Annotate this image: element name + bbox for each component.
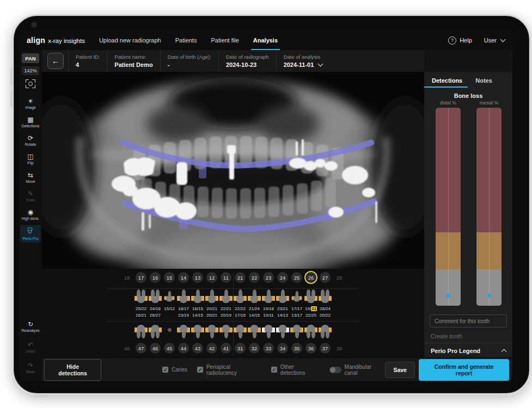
tool-flip[interactable]: ◫Flip xyxy=(20,151,41,167)
tooth-icon-36[interactable] xyxy=(304,323,318,338)
upper-tooth-15[interactable]: 15 xyxy=(164,272,175,283)
tooth-icon-32[interactable] xyxy=(247,323,261,338)
lower-tooth-37[interactable]: 37 xyxy=(320,343,331,354)
reanalyze-icon: ↻ xyxy=(28,320,33,328)
logo-xray-insights: x-ray insights xyxy=(48,38,85,44)
distal-label: distal % xyxy=(436,100,461,106)
tooth-icon-47[interactable] xyxy=(134,323,148,338)
upper-tooth-16[interactable]: 16 xyxy=(150,272,161,283)
tooth-icon-11[interactable] xyxy=(219,289,233,305)
tooth-icon-41[interactable] xyxy=(219,323,233,338)
upper-tooth-18[interactable]: 18 xyxy=(121,272,132,283)
perio-pro-legend-toggle[interactable]: Perio Pro Legend xyxy=(424,343,512,358)
tooth-icon-46[interactable] xyxy=(148,323,162,338)
upper-tooth-25[interactable]: 25 xyxy=(291,272,302,283)
lower-tooth-42[interactable]: 42 xyxy=(206,343,217,354)
tooth-icon-23[interactable] xyxy=(261,289,276,305)
hide-detections-button[interactable]: Hide detections xyxy=(44,359,101,381)
bone-loss-title: Bone loss xyxy=(424,92,512,99)
filter-caries[interactable]: ✓Caries xyxy=(162,367,187,373)
lower-tooth-36[interactable]: 36 xyxy=(305,343,316,354)
tooth-icon-37[interactable] xyxy=(318,323,332,338)
lower-tooth-43[interactable]: 43 xyxy=(192,343,203,354)
tooth-icon-16[interactable] xyxy=(148,289,162,305)
tooth-icon-13[interactable] xyxy=(191,289,205,305)
tooth-icon-34[interactable] xyxy=(276,323,290,338)
tooth-icon-31[interactable] xyxy=(233,323,247,338)
nav-item-patient-file[interactable]: Patient file xyxy=(211,30,239,50)
tooth-icon-21[interactable] xyxy=(233,289,247,305)
tooth-icon-15[interactable] xyxy=(164,291,175,303)
tool-high-sens[interactable]: ◉High sens. xyxy=(20,207,41,222)
upper-tooth-27[interactable]: 27 xyxy=(320,272,331,283)
tooth-icon-24[interactable] xyxy=(276,289,290,305)
lower-tooth-41[interactable]: 41 xyxy=(221,343,231,354)
upper-tooth-21[interactable]: 21 xyxy=(235,272,246,283)
upper-tooth-14[interactable]: 14 xyxy=(178,272,189,283)
lower-tooth-38[interactable]: 38 xyxy=(334,343,345,354)
lower-tooth-32[interactable]: 32 xyxy=(249,343,260,354)
tooth-icon-14[interactable] xyxy=(176,289,191,305)
back-button[interactable]: ← xyxy=(47,53,64,69)
panel-tab-notes[interactable]: Notes xyxy=(475,77,492,88)
tool-rotate[interactable]: ⟳Rotate xyxy=(20,133,41,149)
fit-to-screen-button[interactable] xyxy=(26,79,35,88)
lower-tooth-31[interactable]: 31 xyxy=(235,343,246,354)
lower-tooth-45[interactable]: 45 xyxy=(164,343,175,354)
tooth-icon-44[interactable] xyxy=(176,323,191,338)
nav-item-patients[interactable]: Patients xyxy=(175,30,197,50)
nav-item-analysis[interactable]: Analysis xyxy=(253,30,278,50)
tool-move[interactable]: ⇆Move xyxy=(20,170,41,186)
bone-loss-values2-27: 20/22 xyxy=(320,313,331,318)
save-button[interactable]: Save xyxy=(385,362,415,378)
upper-tooth-11[interactable]: 11 xyxy=(221,272,231,283)
tooth-icon-26[interactable] xyxy=(304,289,318,305)
bone-loss-values-13: 16/15 xyxy=(192,306,203,311)
tooth-icon-25[interactable] xyxy=(291,291,302,303)
tooth-icon-22[interactable] xyxy=(247,289,261,305)
lower-tooth-46[interactable]: 46 xyxy=(150,343,161,354)
lower-tooth-47[interactable]: 47 xyxy=(136,343,146,354)
tooth-icon-17[interactable] xyxy=(134,289,148,305)
tooth-icon-43[interactable] xyxy=(191,323,205,338)
panel-tab-detections[interactable]: Detections xyxy=(432,77,462,88)
help-button[interactable]: ? Help xyxy=(448,36,472,45)
tooth-icon-42[interactable] xyxy=(205,323,219,338)
lower-tooth-34[interactable]: 34 xyxy=(277,343,288,354)
lower-tooth-44[interactable]: 44 xyxy=(178,343,189,354)
user-menu[interactable]: User xyxy=(484,37,505,44)
tool-image[interactable]: ☀Image xyxy=(20,96,41,112)
tooth-icon-33[interactable] xyxy=(261,323,276,338)
tooth-icon xyxy=(27,227,34,236)
pan-mode-button[interactable]: PAN xyxy=(22,53,39,63)
tooth-icon-12[interactable] xyxy=(205,289,219,305)
upper-tooth-22[interactable]: 22 xyxy=(249,272,260,283)
radiograph-canvas[interactable]: 18171615141312112122232425262728 25/2224… xyxy=(42,72,424,357)
filter-other-detections[interactable]: ✓Other detections xyxy=(271,364,320,376)
patient-field-date-of-analysis[interactable]: Date of analysis2024-11-01 xyxy=(276,50,330,72)
bone-loss-values2-16: 26/27 xyxy=(150,313,161,318)
tool-perio-pro[interactable]: Perio Pro xyxy=(20,225,41,243)
toggle-mandibular-canal[interactable]: Mandibular canal xyxy=(329,364,385,376)
tooth-icon-27[interactable] xyxy=(318,289,332,305)
upper-tooth-13[interactable]: 13 xyxy=(192,272,203,283)
upper-tooth-17[interactable]: 17 xyxy=(136,272,146,283)
upper-tooth-23[interactable]: 23 xyxy=(263,272,274,283)
lower-tooth-33[interactable]: 33 xyxy=(263,343,274,354)
tooth-comment-input[interactable] xyxy=(430,314,507,327)
confirm-generate-report-button[interactable]: Confirm and generate report xyxy=(419,359,509,381)
upper-tooth-26[interactable]: 26 xyxy=(305,272,316,283)
bone-loss-bar-distal xyxy=(436,108,461,306)
patient-fields: Patient ID:4Patient name:Patient DemoDat… xyxy=(68,50,329,72)
nav-item-upload-new-radiograph[interactable]: Upload new radiograph xyxy=(99,30,161,50)
tooth-icon-35[interactable] xyxy=(290,323,304,338)
upper-tooth-12[interactable]: 12 xyxy=(206,272,217,283)
lower-tooth-35[interactable]: 35 xyxy=(291,343,302,354)
lower-tooth-48[interactable]: 48 xyxy=(121,343,132,354)
upper-tooth-28[interactable]: 28 xyxy=(334,272,345,283)
tooth-icon-45[interactable] xyxy=(162,323,176,338)
tool-reanalyze[interactable]: ↻Reanalyze xyxy=(20,319,41,335)
upper-tooth-24[interactable]: 24 xyxy=(277,272,288,283)
tool-detections[interactable]: ▦Detections xyxy=(20,114,41,130)
filter-periapical-radiolucency[interactable]: ✓Periapical radiolucency xyxy=(197,364,261,376)
